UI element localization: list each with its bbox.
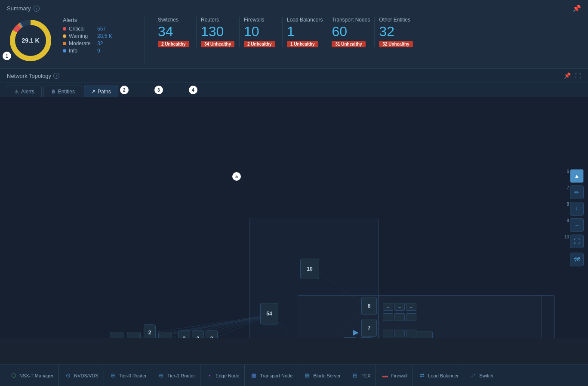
toolbar-btn-6-container: 6 ▲ — [570, 169, 584, 183]
stat-load-balancers[interactable]: Load Balancers 1 1 Unhealthy — [283, 17, 327, 47]
stat-transport-nodes[interactable]: Transport Nodes 60 31 Unhealthy — [327, 17, 375, 47]
switch-label: Switch — [479, 373, 493, 378]
annotation-7: 7 — [562, 185, 569, 190]
oe-number: 32 — [379, 25, 394, 38]
paths-tab-label: Paths — [98, 89, 111, 95]
node-7a[interactable]: 7 — [127, 332, 141, 338]
node-48[interactable]: 48 — [415, 331, 433, 338]
summary-title: Summary — [7, 5, 31, 12]
legend-tier0[interactable]: ⊕ Tier-0 Router — [104, 365, 152, 386]
node-2[interactable]: 2 — [144, 324, 156, 338]
alerts-tab-label: Alerts — [21, 89, 34, 95]
toolbar-btn-minus[interactable]: − — [570, 218, 584, 232]
alerts-tab-icon: ⚠ — [14, 89, 19, 95]
legend-edge-node[interactable]: ▪ Edge Node — [200, 365, 245, 386]
fex-icon: ⊞ — [351, 372, 359, 380]
annotation-5: 5 — [232, 172, 241, 181]
tab-alerts[interactable]: ⚠ Alerts — [7, 86, 42, 97]
node-3a[interactable]: 3 — [178, 330, 190, 338]
tier0-label: Tier-0 Router — [119, 373, 147, 378]
oe-badge: 32 Unhealthy — [379, 41, 413, 47]
legend-tier1[interactable]: ⊕ Tier-1 Router — [152, 365, 200, 386]
expand-icon[interactable]: ⛶ — [575, 72, 581, 79]
stat-firewalls[interactable]: Firewalls 10 2 Unhealthy — [240, 17, 283, 47]
node-4b[interactable]: 4 — [360, 337, 373, 338]
load-balancer-icon: ⇄ — [418, 372, 426, 380]
node-7b[interactable]: 7 — [158, 332, 172, 338]
tn-label: Transport Nodes — [332, 17, 370, 23]
toolbar-btn-map-container: 🗺 — [570, 253, 584, 266]
legend-transport-node[interactable]: ▦ Transport Node — [245, 365, 298, 386]
right-toolbar: 6 ▲ 7 ✏ 8 + 9 − 10 ⛶ 🗺 — [570, 169, 584, 266]
paths-tab-icon: ↗ — [91, 89, 95, 95]
node-3b[interactable]: 3 — [192, 330, 204, 338]
annotation-4: 4 — [189, 86, 197, 94]
toolbar-btn-9-container: 9 − — [570, 218, 584, 232]
annotation-2: 2 — [120, 86, 129, 94]
routers-label: Routers — [201, 17, 219, 23]
annotation-10: 10 — [562, 235, 569, 239]
warning-value: 28.5 K — [97, 33, 112, 39]
transport-node-icon: ▦ — [250, 372, 258, 380]
topology-header-icons: 📌 ⛶ — [564, 72, 581, 79]
summary-section: Summary i 📌 29.1 K 1 Alerts Critical 557 — [0, 0, 588, 69]
toolbar-btn-triangle[interactable]: ▲ — [570, 169, 584, 183]
node-7c[interactable]: 7 — [361, 319, 377, 337]
small-icons-row1: ═ ═ ═ — [383, 303, 416, 311]
topology-info-icon[interactable]: i — [53, 73, 59, 79]
topology-header: Network Topology i 📌 ⛶ — [0, 69, 588, 83]
node-54[interactable]: 54 — [260, 303, 278, 324]
moderate-label: Moderate — [69, 40, 95, 46]
legend-firewall[interactable]: ▬ Firewall — [376, 365, 413, 386]
legend-switch[interactable]: ⇌ Switch — [464, 365, 498, 386]
fex-label: FEX — [361, 373, 370, 378]
stat-routers[interactable]: Routers 130 34 Unhealthy — [197, 17, 240, 47]
critical-value: 557 — [97, 26, 106, 32]
legend-blade-server[interactable]: ▤ Blade Server — [298, 365, 346, 386]
node-3c[interactable]: 3 — [206, 330, 218, 338]
stat-switches[interactable]: Switches 34 2 Unhealthy — [154, 17, 197, 47]
topology-section: Network Topology i 📌 ⛶ ⚠ Alerts 🖥 Entiti… — [0, 69, 588, 338]
node-10[interactable]: 10 — [300, 259, 319, 279]
alert-info-row: Info 9 — [63, 48, 123, 54]
tab-paths[interactable]: ↗ Paths — [84, 86, 118, 97]
toolbar-btn-add[interactable]: + — [570, 202, 584, 216]
nvds-label: NVDS/VDS — [74, 373, 98, 378]
topology-title-text: Network Topology — [7, 73, 51, 79]
firewalls-label: Firewalls — [244, 17, 264, 23]
legend-nvds[interactable]: ⊙ NVDS/VDS — [59, 365, 104, 386]
legend-nsx-t[interactable]: ⬡ NSX-T Manager — [4, 365, 59, 386]
annotation-9: 9 — [562, 218, 569, 223]
switch-icon: ⇌ — [469, 372, 477, 380]
legend-fex[interactable]: ⊞ FEX — [346, 365, 376, 386]
legend-load-balancer[interactable]: ⇄ Load Balancer — [413, 365, 464, 386]
alert-moderate-row: Moderate 32 — [63, 40, 123, 46]
summary-info-icon[interactable]: i — [34, 6, 40, 12]
lb-badge: 1 Unhealthy — [287, 41, 318, 47]
tab-entities[interactable]: 🖥 Entities — [43, 86, 82, 97]
small-icons-row3 — [383, 330, 416, 337]
nsx-t-label: NSX-T Manager — [19, 373, 53, 378]
node-5[interactable]: 5 — [343, 337, 357, 338]
tn-badge: 31 Unhealthy — [332, 41, 365, 47]
donut-value: 29.1 K — [22, 37, 39, 44]
warning-label: Warning — [69, 33, 95, 39]
nvds-icon: ⊙ — [64, 372, 72, 380]
entities-tab-label: Entities — [58, 89, 75, 95]
toolbar-btn-fit[interactable]: ⛶ — [570, 235, 584, 248]
topology-map[interactable]: 16 ═══ 11 ═══ 14 ═══ 4 7 2 7 3 3 — [0, 97, 588, 338]
lb-number: 1 — [287, 25, 295, 38]
alerts-title: Alerts — [63, 17, 123, 23]
critical-label: Critical — [69, 26, 95, 32]
firewalls-badge: 2 Unhealthy — [244, 41, 275, 47]
node-4a[interactable]: 4 — [110, 332, 123, 338]
stat-other-entities[interactable]: Other Entities 32 32 Unhealthy — [375, 17, 418, 47]
toolbar-btn-map[interactable]: 🗺 — [570, 253, 584, 266]
summary-header: Summary i 📌 — [7, 4, 581, 12]
pin-icon[interactable]: 📌 — [564, 72, 571, 79]
node-8[interactable]: 8 — [361, 297, 377, 315]
summary-pin-icon[interactable]: 📌 — [573, 4, 581, 12]
info-label: Info — [69, 48, 95, 54]
blade-server-icon: ▤ — [303, 372, 311, 380]
toolbar-btn-edit[interactable]: ✏ — [570, 185, 584, 199]
